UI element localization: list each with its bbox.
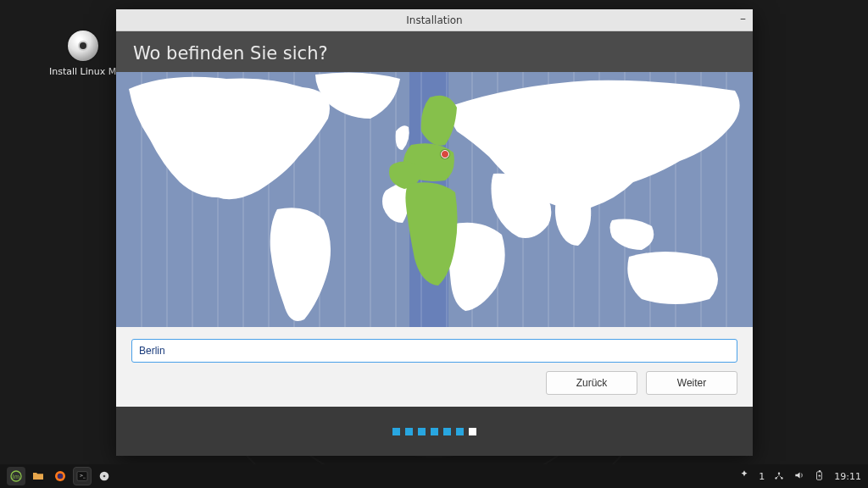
notification-icon[interactable]: [738, 469, 750, 484]
desktop-install-icon[interactable]: Install Linux Min: [56, 30, 110, 77]
progress-dot: [405, 428, 413, 435]
network-icon[interactable]: [773, 469, 785, 484]
progress-dot: [443, 428, 451, 435]
back-button[interactable]: Zurück: [546, 371, 637, 395]
cd-icon: [68, 30, 98, 61]
progress-dot: [456, 428, 464, 435]
form-area: Zurück Weiter: [116, 327, 753, 407]
svg-point-27: [58, 474, 64, 480]
terminal-icon[interactable]: >_: [73, 467, 92, 485]
power-icon[interactable]: [814, 469, 826, 484]
svg-text:>_: >_: [80, 473, 86, 479]
progress-dot: [392, 428, 400, 435]
progress-dot: [469, 428, 476, 435]
taskbar: lm >_ 1 19:11: [0, 464, 868, 488]
progress-dot: [418, 428, 426, 435]
file-manager-icon[interactable]: [29, 467, 47, 485]
minimize-button[interactable]: –: [740, 12, 746, 24]
firefox-icon[interactable]: [51, 467, 70, 485]
progress-dot: [431, 428, 438, 435]
timezone-map[interactable]: [116, 72, 753, 327]
world-map-svg: [116, 72, 753, 327]
installer-window: Installation – Wo befinden Sie sich?: [116, 9, 753, 456]
clock[interactable]: 19:11: [834, 471, 861, 482]
window-title: Installation: [406, 14, 462, 26]
notification-count[interactable]: 1: [759, 471, 765, 482]
titlebar[interactable]: Installation –: [116, 9, 753, 31]
svg-text:lm: lm: [13, 474, 19, 480]
sound-icon[interactable]: [793, 469, 805, 484]
svg-rect-36: [819, 470, 821, 472]
map-location-pin: [441, 150, 449, 158]
svg-point-31: [103, 475, 106, 478]
desktop-install-label: Install Linux Min: [49, 66, 117, 77]
page-heading: Wo befinden Sie sich?: [116, 31, 753, 72]
svg-point-32: [778, 472, 780, 474]
next-button[interactable]: Weiter: [646, 371, 737, 395]
nav-button-row: Zurück Weiter: [131, 371, 737, 395]
location-input[interactable]: [131, 339, 737, 363]
running-installer-icon[interactable]: [95, 467, 114, 485]
start-menu-button[interactable]: lm: [7, 467, 25, 485]
progress-dots: [116, 407, 753, 456]
